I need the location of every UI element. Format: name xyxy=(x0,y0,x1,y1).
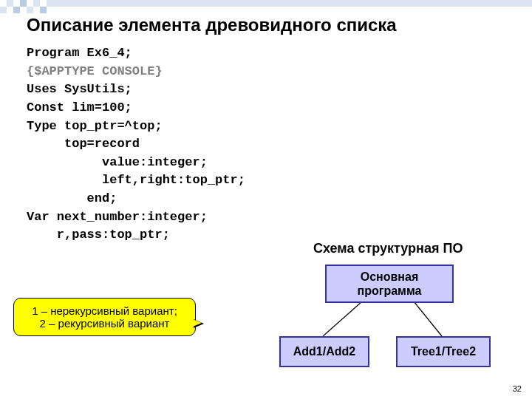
page-title: Описание элемента древовидного списка xyxy=(27,15,397,35)
code-block: Program Ex6_4; {$APPTYPE CONSOLE} Uses S… xyxy=(27,44,245,245)
callout-line: 2 – рекурсивный вариант xyxy=(40,317,170,330)
node-label: Основная программа xyxy=(358,270,422,298)
code-line: Type top_ptr=^top; xyxy=(27,117,245,136)
code-line: Var next_number:integer; xyxy=(27,208,245,227)
code-line: top=record xyxy=(27,135,245,154)
code-line: Uses SysUtils; xyxy=(27,81,245,99)
diagram-caption: Схема структурная ПО xyxy=(313,241,463,256)
page-number: 32 xyxy=(513,384,522,393)
callout-line: 1 – нерекурсивный вариант; xyxy=(32,304,177,317)
node-label: Tree1/Tree2 xyxy=(411,344,476,358)
code-line: value:integer; xyxy=(27,154,245,172)
diagram-node-left: Add1/Add2 xyxy=(279,336,369,367)
code-line: {$APPTYPE CONSOLE} xyxy=(27,63,245,81)
svg-line-1 xyxy=(414,301,442,336)
diagram-node-main: Основная программа xyxy=(325,265,454,303)
code-line: r,pass:top_ptr; xyxy=(27,226,245,245)
code-line: Program Ex6_4; xyxy=(27,44,245,63)
header-decoration xyxy=(0,0,532,13)
callout-note: 1 – нерекурсивный вариант; 2 – рекурсивн… xyxy=(13,298,196,336)
callout-tail xyxy=(193,319,202,327)
code-line: Const lim=100; xyxy=(27,99,245,117)
diagram-node-right: Tree1/Tree2 xyxy=(396,336,491,367)
node-label: Add1/Add2 xyxy=(293,344,355,358)
code-line: end; xyxy=(27,190,245,208)
svg-line-0 xyxy=(323,301,362,336)
code-line: left,right:top_ptr; xyxy=(27,171,245,190)
